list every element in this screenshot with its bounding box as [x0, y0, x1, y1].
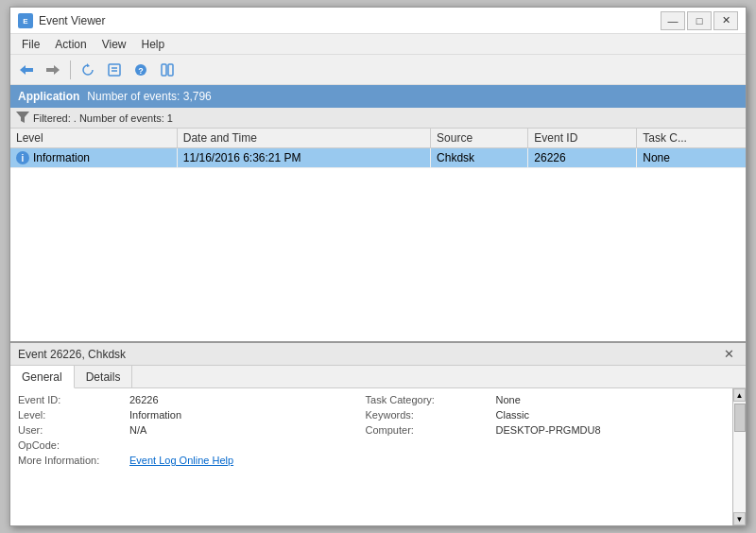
scroll-down-button[interactable]: ▼	[733, 512, 746, 525]
content-area: Application Number of events: 3,796 Filt…	[10, 85, 746, 525]
filter-text: Filtered: . Number of events: 1	[33, 112, 173, 124]
computer-label: Computer:	[366, 424, 489, 436]
event-table[interactable]: Level Date and Time Source Event ID Task…	[10, 129, 746, 341]
cell-source: Chkdsk	[431, 148, 528, 168]
refresh-button[interactable]	[76, 59, 100, 81]
level-text: Information	[33, 151, 90, 164]
cell-taskcategory: None	[637, 148, 746, 168]
filter-bar: Filtered: . Number of events: 1	[10, 108, 746, 129]
scroll-thumb[interactable]	[734, 404, 746, 432]
menu-help[interactable]: Help	[134, 36, 173, 53]
event-viewer-window: E Event Viewer — □ ✕ File Action View He…	[9, 7, 747, 526]
app-header-title: Application	[18, 90, 79, 103]
tab-general[interactable]: General	[10, 366, 75, 388]
toolbar: ?	[10, 55, 746, 85]
menu-bar: File Action View Help	[10, 34, 746, 55]
panel-title: Event 26226, Chkdsk	[18, 348, 720, 361]
event-id-value: 26226	[129, 394, 358, 405]
svg-marker-4	[54, 65, 60, 75]
keywords-label: Keywords:	[366, 409, 489, 421]
tab-details[interactable]: Details	[75, 366, 133, 387]
col-eventid[interactable]: Event ID	[528, 129, 637, 148]
panel-title-bar: Event 26226, Chkdsk ✕	[10, 343, 746, 366]
info-icon: i	[16, 151, 29, 164]
more-info-link[interactable]: Event Log Online Help	[129, 455, 358, 466]
menu-view[interactable]: View	[94, 36, 134, 53]
svg-rect-5	[46, 68, 54, 72]
app-header-count: Number of events: 3,796	[87, 90, 211, 103]
events-list: Level Date and Time Source Event ID Task…	[10, 129, 746, 168]
svg-text:E: E	[23, 17, 28, 26]
bottom-panel: Event 26226, Chkdsk ✕ General Details Ev…	[10, 341, 746, 525]
svg-rect-13	[168, 64, 173, 76]
svg-text:?: ?	[138, 66, 144, 76]
svg-marker-2	[20, 65, 26, 75]
level-label: Level:	[18, 409, 122, 421]
svg-marker-14	[16, 112, 29, 123]
columns-button[interactable]	[155, 59, 180, 81]
col-source[interactable]: Source	[431, 129, 528, 148]
menu-action[interactable]: Action	[47, 36, 94, 53]
panel-close-button[interactable]: ✕	[720, 347, 738, 361]
scroll-up-button[interactable]: ▲	[733, 388, 746, 402]
task-category-value: None	[496, 394, 725, 405]
cell-datetime: 11/16/2016 6:36:21 PM	[177, 148, 430, 168]
title-bar: E Event Viewer — □ ✕	[10, 8, 746, 34]
event-id-label: Event ID:	[18, 394, 122, 405]
col-datetime[interactable]: Date and Time	[177, 129, 430, 148]
user-label: User:	[18, 424, 122, 436]
minimize-button[interactable]: —	[661, 11, 685, 30]
task-category-label: Task Category:	[366, 394, 489, 405]
panel-content: Event ID: 26226 Task Category: None Leve…	[10, 388, 732, 525]
panel-tabs: General Details	[10, 366, 746, 388]
table-row[interactable]: i Information 11/16/2016 6:36:21 PM Chkd…	[10, 148, 746, 168]
filter-icon	[16, 112, 29, 125]
maximize-button[interactable]: □	[687, 11, 712, 30]
app-header: Application Number of events: 3,796	[10, 85, 746, 108]
user-value: N/A	[129, 424, 358, 436]
app-icon: E	[18, 13, 33, 28]
cell-level: i Information	[10, 148, 177, 168]
detail-grid: Event ID: 26226 Task Category: None Leve…	[18, 394, 725, 466]
window-controls: — □ ✕	[661, 11, 738, 30]
cell-eventid: 26226	[528, 148, 637, 168]
col-taskcategory[interactable]: Task C...	[637, 129, 746, 148]
svg-rect-3	[26, 68, 33, 72]
help-button[interactable]: ?	[129, 59, 153, 81]
col-level[interactable]: Level	[10, 129, 177, 148]
table-header-row: Level Date and Time Source Event ID Task…	[10, 129, 746, 148]
keywords-value: Classic	[496, 409, 725, 421]
scroll-track[interactable]	[733, 402, 746, 512]
forward-button[interactable]	[41, 59, 65, 81]
more-info-label: More Information:	[18, 455, 122, 466]
computer-value: DESKTOP-PRGMDU8	[496, 424, 725, 436]
level-cell: i Information	[16, 151, 171, 164]
toolbar-separator-1	[70, 60, 71, 79]
close-button[interactable]: ✕	[713, 11, 738, 30]
window-title: Event Viewer	[39, 14, 661, 27]
menu-file[interactable]: File	[14, 36, 47, 53]
panel-scrollbar[interactable]: ▲ ▼	[732, 388, 746, 525]
svg-rect-12	[162, 64, 166, 76]
level-value: Information	[129, 409, 358, 421]
opcode-label: OpCode:	[18, 439, 122, 451]
svg-marker-6	[87, 63, 90, 67]
properties-button[interactable]	[102, 59, 127, 81]
svg-rect-7	[109, 64, 120, 76]
back-button[interactable]	[14, 59, 39, 81]
